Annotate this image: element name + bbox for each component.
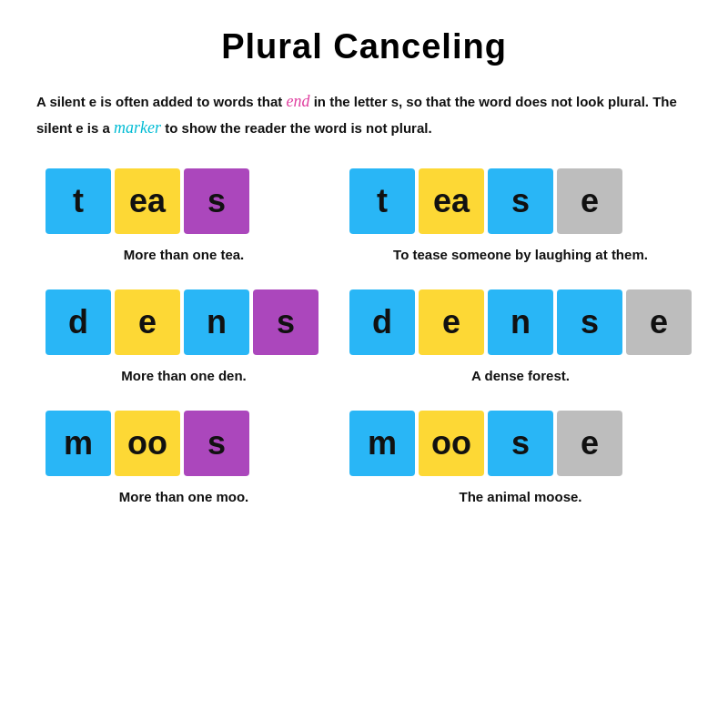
tile-tease-0: t [349, 168, 415, 234]
example-label-tease: To tease someone by laughing at them. [349, 247, 692, 262]
example-label-moose: The animal moose. [349, 489, 692, 504]
tile-moose-0: m [349, 411, 415, 476]
tile-dense-3: s [557, 289, 622, 355]
tile-moose-2: s [488, 411, 553, 476]
word-tiles-moose: moose [349, 411, 622, 476]
example-group-tease: teaseTo tease someone by laughing at the… [340, 168, 692, 262]
tile-dens-plural-2: n [184, 289, 249, 355]
tile-teas-plural-0: t [46, 168, 111, 234]
tile-dense-0: d [349, 289, 415, 355]
example-group-dense: denseA dense forest. [340, 289, 692, 383]
page-title: Plural Canceling [36, 27, 692, 66]
tile-dens-plural-3: s [253, 289, 318, 355]
highlight-end: end [286, 92, 309, 110]
tile-tease-3: e [557, 168, 622, 234]
tile-moos-plural-1: oo [115, 411, 180, 476]
word-tiles-moos-plural: moos [46, 411, 249, 476]
example-group-teas-plural: teasMore than one tea. [36, 168, 322, 262]
tile-dens-plural-0: d [46, 289, 111, 355]
tile-teas-plural-2: s [184, 168, 249, 234]
example-label-moos-plural: More than one moo. [46, 489, 322, 504]
description-text: A silent e is often added to words that … [36, 88, 692, 141]
tile-moos-plural-2: s [184, 411, 249, 476]
example-label-teas-plural: More than one tea. [46, 247, 322, 262]
tile-teas-plural-1: ea [115, 168, 180, 234]
word-tiles-dense: dense [349, 289, 692, 355]
tile-tease-2: s [488, 168, 553, 234]
highlight-marker: marker [114, 118, 161, 137]
desc-part1: A silent e is often added to words that [36, 94, 286, 109]
word-tiles-dens-plural: dens [46, 289, 318, 355]
tile-dense-2: n [488, 289, 553, 355]
tile-dens-plural-1: e [115, 289, 180, 355]
word-tiles-tease: tease [349, 168, 622, 234]
example-group-moos-plural: moosMore than one moo. [36, 411, 322, 504]
example-label-dense: A dense forest. [349, 368, 692, 383]
tile-tease-1: ea [419, 168, 484, 234]
example-group-moose: mooseThe animal moose. [340, 411, 692, 504]
tile-moose-3: e [557, 411, 622, 476]
tile-moos-plural-0: m [46, 411, 111, 476]
tile-dense-4: e [626, 289, 692, 355]
word-tiles-teas-plural: teas [46, 168, 249, 234]
example-label-dens-plural: More than one den. [46, 368, 322, 383]
tile-dense-1: e [419, 289, 484, 355]
examples-grid: teasMore than one tea.teaseTo tease some… [36, 168, 692, 504]
example-group-dens-plural: densMore than one den. [36, 289, 322, 383]
tile-moose-1: oo [419, 411, 484, 476]
desc-part3: to show the reader the word is not plura… [161, 120, 432, 136]
